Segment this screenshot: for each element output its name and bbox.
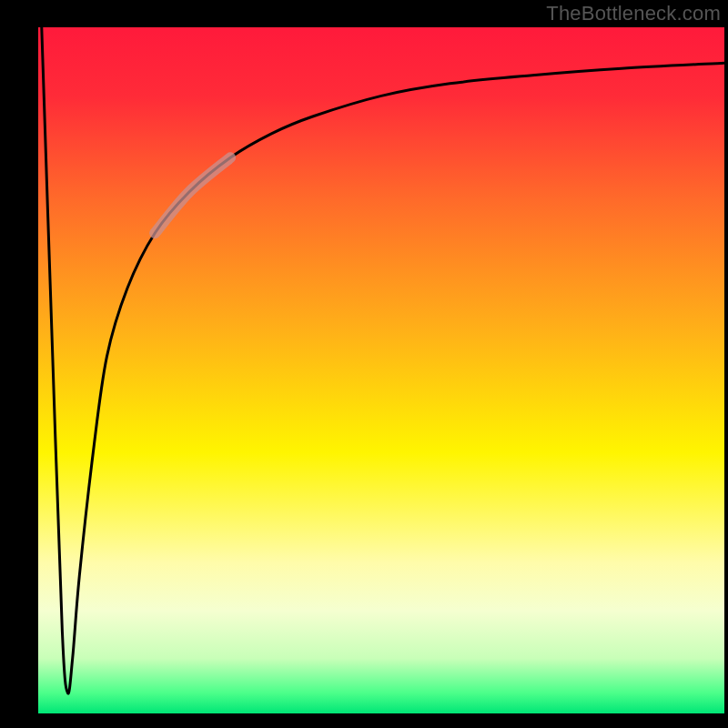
- plot-area: [38, 27, 724, 713]
- chart-svg: [38, 27, 724, 713]
- chart-frame: TheBottleneck.com: [0, 0, 728, 728]
- gradient-background: [38, 27, 724, 713]
- watermark-text: TheBottleneck.com: [546, 2, 721, 25]
